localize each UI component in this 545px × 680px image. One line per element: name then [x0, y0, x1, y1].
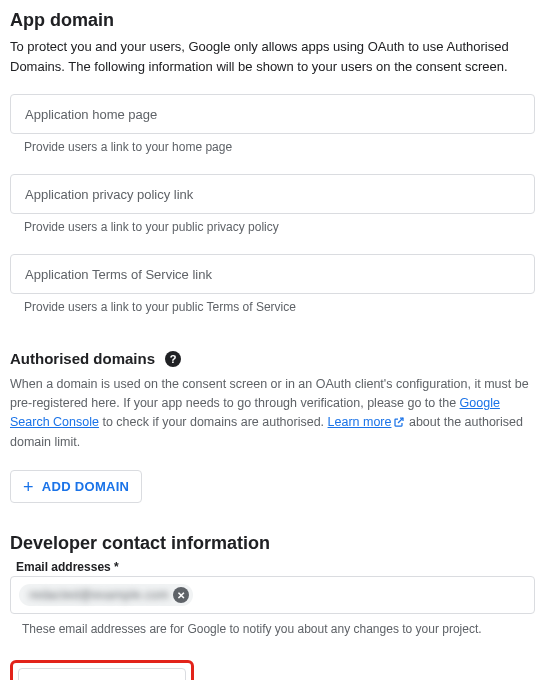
authorised-domains-description: When a domain is used on the consent scr…	[10, 375, 535, 452]
save-highlight: SAVE AND CONTINUE	[10, 660, 194, 680]
app-domain-heading: App domain	[10, 10, 535, 31]
save-and-continue-button[interactable]: SAVE AND CONTINUE	[18, 668, 186, 680]
developer-contact-heading: Developer contact information	[10, 533, 535, 554]
authorised-domains-heading: Authorised domains	[10, 350, 155, 367]
email-addresses-input[interactable]: redacted@example.com ✕	[10, 576, 535, 614]
tos-field: Provide users a link to your public Term…	[10, 254, 535, 314]
privacy-policy-field: Provide users a link to your public priv…	[10, 174, 535, 234]
remove-chip-icon[interactable]: ✕	[173, 587, 189, 603]
external-link-icon	[393, 415, 405, 434]
help-icon[interactable]: ?	[165, 351, 181, 367]
email-chip-text: redacted@example.com	[29, 588, 169, 602]
tos-helper: Provide users a link to your public Term…	[10, 300, 535, 314]
privacy-policy-helper: Provide users a link to your public priv…	[10, 220, 535, 234]
tos-input[interactable]	[10, 254, 535, 294]
actions-row: SAVE AND CONTINUE CANCEL	[10, 660, 535, 680]
add-domain-button[interactable]: + ADD DOMAIN	[10, 470, 142, 503]
app-domain-description: To protect you and your users, Google on…	[10, 37, 535, 76]
plus-icon: +	[23, 480, 34, 494]
learn-more-link[interactable]: Learn more	[328, 415, 392, 429]
authorised-domains-section: Authorised domains ? When a domain is us…	[10, 350, 535, 503]
developer-contact-section: Developer contact information Email addr…	[10, 533, 535, 636]
privacy-policy-input[interactable]	[10, 174, 535, 214]
home-page-field: Provide users a link to your home page	[10, 94, 535, 154]
email-chip: redacted@example.com ✕	[19, 584, 193, 606]
email-helper-text: These email addresses are for Google to …	[10, 622, 535, 636]
home-page-helper: Provide users a link to your home page	[10, 140, 535, 154]
app-domain-section: App domain To protect you and your users…	[10, 10, 535, 314]
home-page-input[interactable]	[10, 94, 535, 134]
email-addresses-label: Email addresses *	[10, 560, 535, 574]
